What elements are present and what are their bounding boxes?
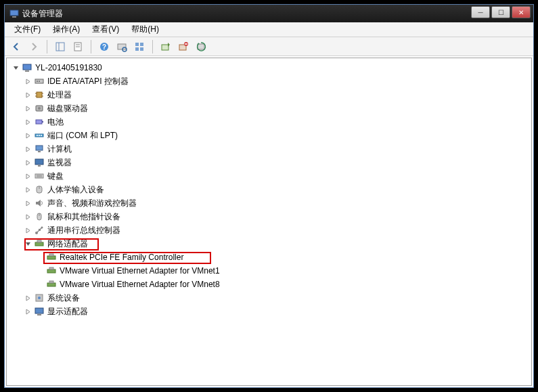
view-options-button[interactable] [132,39,147,54]
tree-node-label: 系统设备 [47,292,80,304]
netchild-icon [46,265,57,276]
root-icon [22,62,32,73]
tree-expander-icon[interactable] [23,212,32,221]
network-icon [34,238,45,249]
svg-rect-0 [10,10,18,16]
tree-node-label: 网络适配器 [47,238,88,250]
tree-expander-icon[interactable] [35,253,45,262]
display-icon [34,306,45,317]
tree-node-label: YL-201405191830 [35,63,102,72]
nav-forward-button[interactable] [26,39,41,54]
svg-rect-51 [39,229,41,231]
menu-file[interactable]: 文件(F) [9,22,46,37]
tree-expander-icon[interactable] [23,90,32,100]
tree-expander-icon[interactable] [23,131,32,140]
svg-rect-42 [35,174,43,178]
tree-expander-icon[interactable] [23,225,32,235]
svg-point-24 [39,81,40,82]
uninstall-button[interactable] [176,39,191,54]
tree-node-label: 声音、视频和游戏控制器 [47,198,137,209]
maximize-button[interactable]: ☐ [491,6,510,18]
tree-expander-icon[interactable] [23,158,32,167]
tree-node-label: 监视器 [47,157,72,169]
tree-expander-icon[interactable] [23,104,32,113]
ide-icon [34,76,45,87]
tree-node-cat-0[interactable]: IDE ATA/ATAPI 控制器 [7,74,531,88]
tree-node-label: 通用串行总线控制器 [47,225,120,236]
tree-expander-icon[interactable] [23,293,32,303]
tree-expander-icon[interactable] [23,307,32,316]
tree-expander-icon[interactable] [35,280,45,289]
nav-back-button[interactable] [9,39,24,54]
tree-node-tail-1[interactable]: 显示适配器 [7,305,531,318]
svg-rect-12 [140,43,143,46]
svg-rect-54 [47,256,55,259]
usb-icon [34,225,45,236]
close-button[interactable]: ✕ [512,6,531,18]
computer-icon [34,144,45,154]
menu-action[interactable]: 操作(A) [47,22,85,37]
svg-text:?: ? [102,43,106,51]
svg-rect-39 [38,151,41,152]
tree-node-cat-3[interactable]: 电池 [7,115,531,129]
tree-node-label: VMware Virtual Ethernet Adapter for VMne… [60,280,220,289]
tree-node-network[interactable]: 网络适配器 [7,237,531,251]
tree-expander-icon[interactable] [23,171,32,181]
svg-rect-33 [42,121,43,123]
svg-point-35 [37,135,38,136]
netchild-icon [46,252,57,263]
port-icon [34,130,45,141]
svg-rect-38 [36,146,43,150]
tree-node-net-child-0[interactable]: Realtek PCIe FE Family Controller [7,251,531,264]
tree-node-net-child-2[interactable]: VMware Virtual Ethernet Adapter for VMne… [7,278,531,291]
tree-node-cat-9[interactable]: 声音、视频和游戏控制器 [7,196,531,210]
tree-expander-icon[interactable] [23,144,32,154]
svg-point-23 [37,81,38,82]
tree-node-cat-7[interactable]: 键盘 [7,169,531,183]
svg-rect-63 [37,314,41,315]
tree-node-cat-6[interactable]: 监视器 [7,156,531,169]
tree-expander-icon[interactable] [23,239,32,248]
scan-devices-button[interactable] [114,39,129,54]
netchild-icon [46,279,57,290]
svg-rect-40 [35,159,43,165]
sound-icon [34,198,45,209]
menu-view[interactable]: 查看(V) [87,22,125,37]
device-tree[interactable]: YL-201405191830IDE ATA/ATAPI 控制器处理器磁盘驱动器… [7,58,531,321]
tree-node-cat-2[interactable]: 磁盘驱动器 [7,102,531,115]
update-driver-button[interactable] [158,39,173,54]
window-controls: ─ ☐ ✕ [471,6,531,18]
tree-expander-icon[interactable] [23,185,32,194]
tree-node-cat-4[interactable]: 端口 (COM 和 LPT) [7,129,531,142]
tree-node-label: 计算机 [47,144,72,155]
svg-point-36 [39,135,40,136]
tree-expander-icon[interactable] [35,266,45,276]
tree-expander-icon[interactable] [23,198,32,208]
show-hide-tree-button[interactable] [53,39,68,54]
help-button[interactable]: ? [97,39,112,54]
svg-rect-9 [118,44,126,49]
menu-help[interactable]: 帮助(H) [126,22,164,37]
tree-node-cat-8[interactable]: 人体学输入设备 [7,183,531,196]
minimize-button[interactable]: ─ [471,6,490,18]
tree-node-net-child-1[interactable]: VMware Virtual Ethernet Adapter for VMne… [7,264,531,278]
tree-expander-icon[interactable] [11,63,20,72]
tree-expander-icon[interactable] [23,77,32,86]
tree-node-cat-1[interactable]: 处理器 [7,88,531,102]
tree-node-label: 鼠标和其他指针设备 [47,211,120,223]
svg-point-37 [41,135,42,136]
tree-node-root[interactable]: YL-201405191830 [7,61,531,74]
tree-node-cat-10[interactable]: 鼠标和其他指针设备 [7,210,531,223]
tree-node-cat-11[interactable]: 通用串行总线控制器 [7,223,531,237]
tree-node-cat-5[interactable]: 计算机 [7,142,531,156]
svg-rect-19 [198,44,204,49]
tree-expander-icon[interactable] [23,117,32,127]
hid-icon [34,184,45,195]
scan-hardware-button[interactable] [194,39,208,54]
tree-node-label: 端口 (COM 和 LPT) [47,130,118,141]
properties-button[interactable] [70,39,85,54]
tree-node-tail-0[interactable]: 系统设备 [7,291,531,305]
monitor-icon [34,157,45,168]
svg-rect-20 [23,64,31,70]
toolbar-separator [152,40,153,53]
